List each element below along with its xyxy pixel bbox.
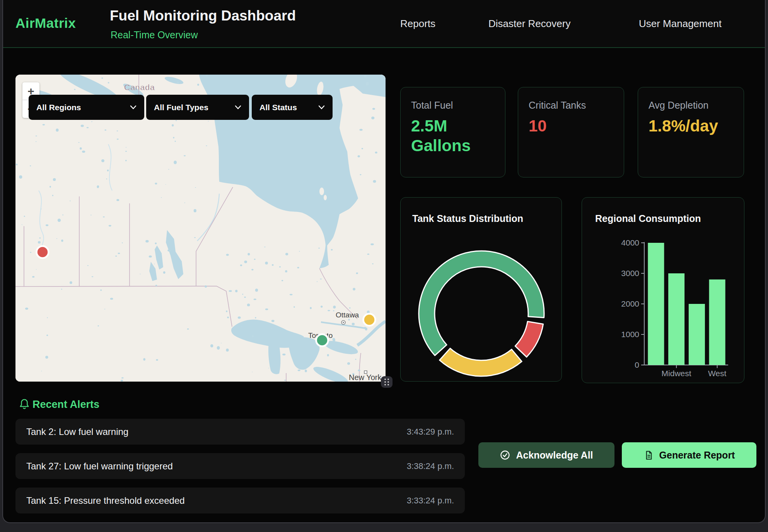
tank-marker-normal[interactable] (316, 334, 328, 346)
alert-time: 3:38:24 p.m. (407, 461, 454, 471)
alert-text: Tank 15: Pressure threshold exceeded (26, 495, 185, 506)
alert-text: Tank 27: Low fuel warning triggered (26, 461, 173, 472)
document-icon (643, 450, 654, 460)
x-tick-label: West (708, 369, 727, 378)
tank-marker-warning[interactable] (364, 314, 375, 326)
filter-regions-select[interactable]: All Regions (29, 95, 144, 120)
header: AirMatrix Fuel Monitoring Dashboard Real… (3, 0, 765, 48)
y-tick-label: 2000 (621, 299, 639, 308)
filter-fuel-types-value: All Fuel Types (154, 103, 208, 112)
generate-report-label: Generate Report (659, 450, 735, 461)
bar[interactable] (709, 280, 725, 365)
map-label-country: Canada (124, 83, 155, 92)
bell-icon (19, 398, 30, 410)
filter-regions-value: All Regions (36, 103, 81, 112)
stat-label: Critical Tanks (529, 100, 586, 111)
donut-segment-critical[interactable] (515, 321, 543, 357)
chevron-down-icon (318, 105, 325, 109)
alert-time: 3:33:24 p.m. (407, 496, 454, 506)
page-title: Fuel Monitoring Dashboard (110, 8, 296, 24)
filter-status-value: All Status (259, 103, 297, 112)
tank-status-donut-chart (401, 198, 562, 382)
alert-row: Tank 2: Low fuel warning 3:43:29 p.m. (15, 419, 465, 445)
tank-marker-critical[interactable] (37, 246, 49, 258)
filter-status-select[interactable]: All Status (252, 95, 333, 120)
alert-time: 3:43:29 p.m. (407, 427, 454, 437)
app-panel: AirMatrix Fuel Monitoring Dashboard Real… (2, 0, 766, 523)
stat-label: Avg Depletion (649, 100, 708, 111)
alert-text: Tank 2: Low fuel warning (26, 426, 128, 437)
x-tick-label: Midwest (662, 369, 691, 378)
acknowledge-all-button[interactable]: Acknowledge All (478, 442, 614, 468)
fuel-map[interactable]: Canada Ottawa Toronto New York + − All R… (15, 75, 386, 382)
stat-value-avg-depletion: 1.8%/day (649, 116, 730, 136)
bar[interactable] (668, 273, 684, 365)
nav-reports[interactable]: Reports (400, 18, 435, 30)
brand-logo: AirMatrix (15, 15, 76, 31)
y-tick-label: 3000 (621, 269, 639, 278)
bar[interactable] (689, 304, 705, 365)
tank-status-card: Tank Status Distribution (400, 197, 562, 382)
alert-row: Tank 15: Pressure threshold exceeded 3:3… (15, 488, 465, 513)
map-canvas: Canada Ottawa Toronto New York (15, 75, 386, 382)
y-tick-label: 4000 (621, 238, 639, 247)
map-island (319, 188, 324, 195)
generate-report-button[interactable]: Generate Report (622, 442, 756, 468)
page-subtitle: Real-Time Overview (111, 29, 198, 41)
recent-alerts-heading: Recent Alerts (32, 399, 99, 411)
regional-consumption-card: Regional Consumption 01000200030004000Mi… (582, 197, 744, 383)
alert-row: Tank 27: Low fuel warning triggered 3:38… (15, 453, 465, 479)
chevron-down-icon (130, 105, 137, 109)
filter-fuel-types-select[interactable]: All Fuel Types (146, 95, 249, 120)
nav-disaster-recovery[interactable]: Disaster Recovery (488, 18, 570, 30)
map-town-dot-ottawa-center (343, 322, 344, 323)
grip-dots (381, 376, 393, 388)
donut-segment-warning[interactable] (440, 348, 522, 376)
stat-label: Total Fuel (411, 100, 453, 111)
stat-card-avg-depletion: Avg Depletion 1.8%/day (638, 87, 744, 177)
resize-grip-icon[interactable] (381, 376, 393, 388)
stat-value-critical-tanks: 10 (529, 116, 610, 136)
chevron-down-icon (235, 105, 241, 109)
stat-value-total-fuel: 2.5M Gallons (411, 116, 492, 155)
stat-card-critical-tanks: Critical Tanks 10 (518, 87, 624, 177)
regional-consumption-bar-chart: 01000200030004000MidwestWest (582, 198, 745, 384)
y-tick-label: 1000 (621, 330, 639, 339)
bar[interactable] (648, 243, 664, 365)
map-label-ottawa: Ottawa (336, 311, 359, 319)
map-label-newyork: New York (349, 373, 382, 382)
acknowledge-all-label: Acknowledge All (516, 450, 593, 461)
map-island (324, 195, 327, 200)
check-circle-icon (500, 450, 510, 460)
nav-user-management[interactable]: User Management (639, 18, 722, 30)
y-tick-label: 0 (635, 360, 639, 369)
stat-card-total-fuel: Total Fuel 2.5M Gallons (400, 87, 505, 177)
